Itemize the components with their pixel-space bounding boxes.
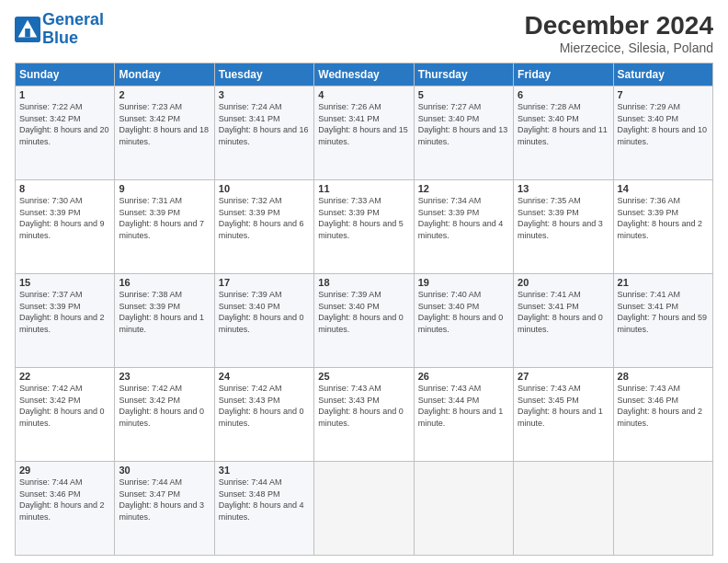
day-info: Sunrise: 7:27 AM Sunset: 3:40 PM Dayligh… <box>418 102 508 146</box>
day-number: 31 <box>219 465 310 476</box>
calendar-cell: 27 Sunrise: 7:43 AM Sunset: 3:45 PM Dayl… <box>514 368 613 462</box>
col-tuesday: Tuesday <box>214 63 313 86</box>
day-info: Sunrise: 7:23 AM Sunset: 3:42 PM Dayligh… <box>119 102 209 146</box>
calendar-cell <box>514 462 613 556</box>
day-info: Sunrise: 7:43 AM Sunset: 3:43 PM Dayligh… <box>318 384 404 428</box>
day-info: Sunrise: 7:39 AM Sunset: 3:40 PM Dayligh… <box>219 290 304 334</box>
day-info: Sunrise: 7:42 AM Sunset: 3:42 PM Dayligh… <box>19 384 105 428</box>
calendar-cell: 16 Sunrise: 7:38 AM Sunset: 3:39 PM Dayl… <box>115 274 214 368</box>
day-info: Sunrise: 7:39 AM Sunset: 3:40 PM Dayligh… <box>318 290 404 334</box>
calendar-table: Sunday Monday Tuesday Wednesday Thursday… <box>15 63 713 556</box>
col-saturday: Saturday <box>613 63 712 86</box>
calendar-cell: 25 Sunrise: 7:43 AM Sunset: 3:43 PM Dayl… <box>314 368 414 462</box>
calendar-cell: 26 Sunrise: 7:43 AM Sunset: 3:44 PM Dayl… <box>414 368 513 462</box>
day-info: Sunrise: 7:22 AM Sunset: 3:42 PM Dayligh… <box>19 102 109 146</box>
calendar-cell: 3 Sunrise: 7:24 AM Sunset: 3:41 PM Dayli… <box>214 86 313 180</box>
day-info: Sunrise: 7:43 AM Sunset: 3:44 PM Dayligh… <box>418 384 504 428</box>
calendar-week-2: 8 Sunrise: 7:30 AM Sunset: 3:39 PM Dayli… <box>16 180 713 274</box>
calendar-cell: 6 Sunrise: 7:28 AM Sunset: 3:40 PM Dayli… <box>514 86 613 180</box>
calendar-cell: 2 Sunrise: 7:23 AM Sunset: 3:42 PM Dayli… <box>115 86 214 180</box>
page: General Blue December 2024 Mierzecice, S… <box>0 0 728 563</box>
calendar-cell: 5 Sunrise: 7:27 AM Sunset: 3:40 PM Dayli… <box>414 86 513 180</box>
day-info: Sunrise: 7:44 AM Sunset: 3:46 PM Dayligh… <box>19 477 105 522</box>
calendar-cell <box>414 462 513 556</box>
calendar-cell: 11 Sunrise: 7:33 AM Sunset: 3:39 PM Dayl… <box>314 180 414 274</box>
day-info: Sunrise: 7:42 AM Sunset: 3:43 PM Dayligh… <box>219 384 304 428</box>
calendar-cell: 23 Sunrise: 7:42 AM Sunset: 3:42 PM Dayl… <box>115 368 214 462</box>
logo-text: General Blue <box>42 11 104 48</box>
day-number: 22 <box>19 371 110 382</box>
col-monday: Monday <box>115 63 214 86</box>
calendar-cell: 31 Sunrise: 7:44 AM Sunset: 3:48 PM Dayl… <box>214 462 313 556</box>
day-number: 2 <box>119 89 210 100</box>
day-number: 24 <box>219 371 310 382</box>
calendar-header-row: Sunday Monday Tuesday Wednesday Thursday… <box>16 63 713 86</box>
calendar-cell: 13 Sunrise: 7:35 AM Sunset: 3:39 PM Dayl… <box>514 180 613 274</box>
header: General Blue December 2024 Mierzecice, S… <box>15 11 713 55</box>
day-number: 30 <box>119 465 210 476</box>
calendar-week-1: 1 Sunrise: 7:22 AM Sunset: 3:42 PM Dayli… <box>16 86 713 180</box>
day-number: 17 <box>219 277 310 288</box>
day-number: 9 <box>119 183 210 194</box>
calendar-cell: 1 Sunrise: 7:22 AM Sunset: 3:42 PM Dayli… <box>16 86 115 180</box>
day-info: Sunrise: 7:37 AM Sunset: 3:39 PM Dayligh… <box>19 290 105 334</box>
day-info: Sunrise: 7:40 AM Sunset: 3:40 PM Dayligh… <box>418 290 504 334</box>
calendar-cell: 4 Sunrise: 7:26 AM Sunset: 3:41 PM Dayli… <box>314 86 414 180</box>
day-number: 12 <box>418 183 509 194</box>
calendar-cell: 18 Sunrise: 7:39 AM Sunset: 3:40 PM Dayl… <box>314 274 414 368</box>
day-number: 18 <box>318 277 409 288</box>
calendar-cell: 29 Sunrise: 7:44 AM Sunset: 3:46 PM Dayl… <box>16 462 115 556</box>
title-area: December 2024 Mierzecice, Silesia, Polan… <box>525 11 713 55</box>
day-number: 15 <box>19 277 110 288</box>
calendar-title: December 2024 <box>525 11 713 40</box>
day-number: 16 <box>119 277 210 288</box>
day-info: Sunrise: 7:35 AM Sunset: 3:39 PM Dayligh… <box>518 196 603 240</box>
day-number: 10 <box>219 183 310 194</box>
calendar-week-4: 22 Sunrise: 7:42 AM Sunset: 3:42 PM Dayl… <box>16 368 713 462</box>
day-info: Sunrise: 7:41 AM Sunset: 3:41 PM Dayligh… <box>618 290 708 334</box>
calendar-cell: 14 Sunrise: 7:36 AM Sunset: 3:39 PM Dayl… <box>613 180 712 274</box>
calendar-cell: 21 Sunrise: 7:41 AM Sunset: 3:41 PM Dayl… <box>613 274 712 368</box>
day-number: 1 <box>19 89 110 100</box>
day-number: 8 <box>19 183 110 194</box>
day-number: 21 <box>618 277 709 288</box>
calendar-week-3: 15 Sunrise: 7:37 AM Sunset: 3:39 PM Dayl… <box>16 274 713 368</box>
day-number: 11 <box>318 183 409 194</box>
calendar-cell: 30 Sunrise: 7:44 AM Sunset: 3:47 PM Dayl… <box>115 462 214 556</box>
day-info: Sunrise: 7:32 AM Sunset: 3:39 PM Dayligh… <box>219 196 304 240</box>
calendar-cell: 15 Sunrise: 7:37 AM Sunset: 3:39 PM Dayl… <box>16 274 115 368</box>
day-number: 20 <box>518 277 609 288</box>
day-info: Sunrise: 7:30 AM Sunset: 3:39 PM Dayligh… <box>19 196 105 240</box>
calendar-cell: 7 Sunrise: 7:29 AM Sunset: 3:40 PM Dayli… <box>613 86 712 180</box>
day-number: 25 <box>318 371 409 382</box>
day-info: Sunrise: 7:44 AM Sunset: 3:47 PM Dayligh… <box>119 477 204 522</box>
col-wednesday: Wednesday <box>314 63 414 86</box>
col-friday: Friday <box>514 63 613 86</box>
calendar-cell: 28 Sunrise: 7:43 AM Sunset: 3:46 PM Dayl… <box>613 368 712 462</box>
calendar-cell: 24 Sunrise: 7:42 AM Sunset: 3:43 PM Dayl… <box>214 368 313 462</box>
day-info: Sunrise: 7:31 AM Sunset: 3:39 PM Dayligh… <box>119 196 204 240</box>
day-info: Sunrise: 7:33 AM Sunset: 3:39 PM Dayligh… <box>318 196 404 240</box>
day-info: Sunrise: 7:26 AM Sunset: 3:41 PM Dayligh… <box>318 102 408 146</box>
calendar-week-5: 29 Sunrise: 7:44 AM Sunset: 3:46 PM Dayl… <box>16 462 713 556</box>
day-info: Sunrise: 7:29 AM Sunset: 3:40 PM Dayligh… <box>618 102 708 146</box>
calendar-cell: 9 Sunrise: 7:31 AM Sunset: 3:39 PM Dayli… <box>115 180 214 274</box>
day-info: Sunrise: 7:41 AM Sunset: 3:41 PM Dayligh… <box>518 290 603 334</box>
day-number: 14 <box>618 183 709 194</box>
logo-line1: General <box>42 10 104 29</box>
calendar-cell: 8 Sunrise: 7:30 AM Sunset: 3:39 PM Dayli… <box>16 180 115 274</box>
calendar-subtitle: Mierzecice, Silesia, Poland <box>525 40 713 55</box>
day-number: 6 <box>518 89 609 100</box>
day-number: 5 <box>418 89 509 100</box>
day-info: Sunrise: 7:34 AM Sunset: 3:39 PM Dayligh… <box>418 196 504 240</box>
day-info: Sunrise: 7:24 AM Sunset: 3:41 PM Dayligh… <box>219 102 309 146</box>
calendar-cell: 17 Sunrise: 7:39 AM Sunset: 3:40 PM Dayl… <box>214 274 313 368</box>
calendar-cell <box>314 462 414 556</box>
calendar-cell: 19 Sunrise: 7:40 AM Sunset: 3:40 PM Dayl… <box>414 274 513 368</box>
day-number: 26 <box>418 371 509 382</box>
day-number: 27 <box>518 371 609 382</box>
day-number: 23 <box>119 371 210 382</box>
day-number: 13 <box>518 183 609 194</box>
svg-rect-2 <box>25 29 30 37</box>
calendar-cell: 20 Sunrise: 7:41 AM Sunset: 3:41 PM Dayl… <box>514 274 613 368</box>
